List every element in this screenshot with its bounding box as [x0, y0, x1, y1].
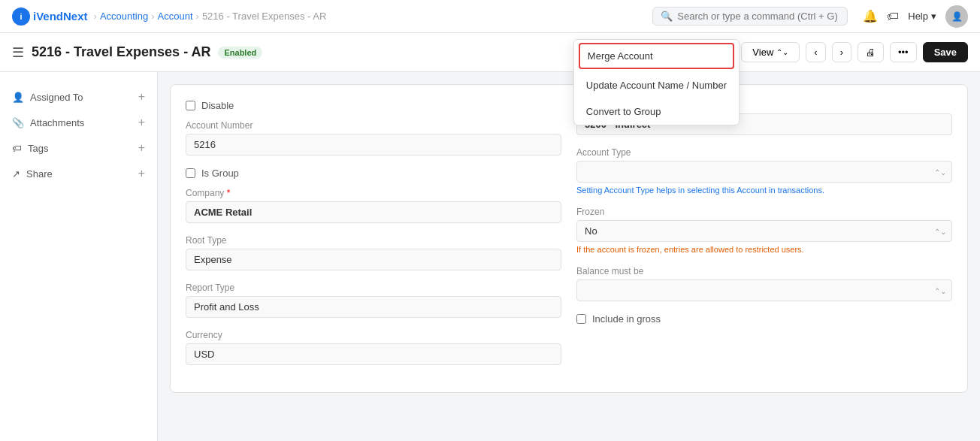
sidebar-tags-label: Tags [28, 143, 48, 154]
root-type-label: Root Type [186, 235, 561, 246]
sidebar-assigned-to-label: Assigned To [30, 92, 83, 103]
disable-label: Disable [201, 100, 234, 111]
balance-must-be-select[interactable] [576, 279, 952, 301]
account-type-section: Account Type Setting Account Type helps … [576, 147, 952, 195]
search-icon: 🔍 [661, 11, 673, 22]
is-group-checkbox[interactable] [186, 168, 195, 178]
company-label: Company [186, 188, 561, 198]
paperclip-icon: 📎 [12, 117, 24, 128]
topnav-actions: 🔔 🏷 Help ▾ 👤 [863, 5, 968, 28]
root-type-section: Root Type [186, 235, 561, 270]
status-badge: Enabled [218, 47, 262, 59]
frozen-hint: If the account is frozen, entries are al… [576, 245, 952, 254]
currency-section: Currency [186, 330, 561, 365]
breadcrumb-current: 5216 - Travel Expenses - AR [202, 11, 326, 22]
include-in-gross-row[interactable]: Include in gross [576, 313, 952, 325]
chevron-right-icon: › [94, 11, 97, 22]
is-group-checkbox-row[interactable]: Is Group [186, 168, 561, 179]
root-type-input[interactable] [186, 249, 561, 270]
page-header: ☰ 5216 - Travel Expenses - AR Enabled Ac… [0, 33, 980, 72]
avatar[interactable]: 👤 [945, 5, 968, 28]
top-navigation: i iVendNext › Accounting › Account › 521… [0, 0, 980, 33]
save-button[interactable]: Save [923, 42, 968, 62]
sidebar-item-assigned-to[interactable]: 👤 Assigned To + [0, 84, 157, 110]
is-group-label: Is Group [201, 168, 239, 179]
company-input[interactable] [186, 201, 561, 223]
balance-must-be-section: Balance must be [576, 266, 952, 301]
report-type-label: Report Type [186, 282, 561, 293]
account-number-section: Account Number [186, 120, 561, 156]
frozen-select[interactable]: No Yes [576, 220, 952, 242]
prev-button[interactable]: ‹ [806, 42, 825, 62]
account-type-label: Account Type [576, 147, 952, 158]
logo[interactable]: i iVendNext [12, 8, 88, 26]
sidebar-attachments-label: Attachments [30, 117, 84, 128]
frozen-select-wrapper: No Yes [576, 220, 952, 242]
update-account-name-item[interactable]: Update Account Name / Number [574, 72, 739, 98]
share-add-icon[interactable]: + [138, 167, 145, 180]
sidebar: 👤 Assigned To + 📎 Attachments + 🏷 Tags +… [0, 72, 158, 441]
avatar-initials: 👤 [951, 11, 963, 22]
disable-checkbox[interactable] [186, 101, 195, 110]
help-button[interactable]: Help ▾ [908, 11, 936, 22]
form-row-main: Disable Account Number Is Group Company [186, 100, 952, 377]
tag-icon-sidebar: 🏷 [12, 143, 22, 154]
include-in-gross-checkbox[interactable] [576, 314, 586, 324]
report-type-section: Report Type [186, 282, 561, 318]
disable-checkbox-row[interactable]: Disable [186, 100, 561, 111]
company-section: Company [186, 188, 561, 223]
sidebar-share-label: Share [26, 168, 53, 180]
balance-must-be-label: Balance must be [576, 266, 952, 276]
person-icon: 👤 [12, 92, 24, 103]
main-layout: 👤 Assigned To + 📎 Attachments + 🏷 Tags +… [0, 72, 980, 441]
share-icon: ↗ [12, 168, 20, 180]
form-right-column: Parent Account 5200 - Indirect Account T… [576, 100, 952, 377]
account-number-label: Account Number [186, 120, 561, 131]
account-type-select-wrapper [576, 161, 952, 183]
page-title: 5216 - Travel Expenses - AR [32, 44, 210, 60]
tag-icon[interactable]: 🏷 [887, 10, 899, 23]
next-button[interactable]: › [832, 42, 851, 62]
actions-dropdown-menu: Merge Account Update Account Name / Numb… [573, 39, 740, 125]
account-type-select[interactable] [576, 161, 952, 183]
save-label: Save [934, 47, 957, 58]
bell-icon[interactable]: 🔔 [863, 9, 878, 23]
view-dropdown-arrow: ⌃⌄ [776, 48, 788, 56]
chevron-right-icon-2: › [151, 11, 154, 22]
sidebar-item-tags[interactable]: 🏷 Tags + [0, 135, 157, 161]
more-button[interactable]: ••• [890, 42, 917, 62]
chevron-right-icon-3: › [196, 11, 199, 22]
merge-account-item[interactable]: Merge Account [579, 43, 734, 69]
chevron-down-icon: ▾ [931, 11, 936, 22]
form-left-column: Disable Account Number Is Group Company [186, 100, 561, 377]
convert-to-group-item[interactable]: Convert to Group [574, 98, 739, 125]
main-content: Disable Account Number Is Group Company [158, 72, 980, 441]
search-bar[interactable]: 🔍 [652, 7, 848, 26]
sidebar-item-attachments[interactable]: 📎 Attachments + [0, 110, 157, 135]
logo-text: iVendNext [33, 10, 88, 23]
include-in-gross-label: Include in gross [592, 313, 661, 325]
account-type-hint: Setting Account Type helps in selecting … [576, 186, 952, 195]
print-button[interactable]: 🖨 [858, 42, 884, 62]
frozen-label: Frozen [576, 207, 952, 217]
currency-label: Currency [186, 330, 561, 340]
frozen-section: Frozen No Yes If the account is frozen, … [576, 207, 952, 254]
breadcrumb-accounting[interactable]: Accounting [100, 11, 148, 22]
hamburger-icon[interactable]: ☰ [12, 44, 24, 61]
view-button[interactable]: View ⌃⌄ [741, 42, 800, 62]
assigned-to-add-icon[interactable]: + [138, 90, 145, 104]
balance-must-be-select-wrapper [576, 279, 952, 301]
report-type-input[interactable] [186, 296, 561, 318]
tags-add-icon[interactable]: + [138, 141, 145, 155]
logo-icon: i [12, 8, 30, 26]
account-number-input[interactable] [186, 134, 561, 156]
breadcrumb: › Accounting › Account › 5216 - Travel E… [94, 11, 327, 22]
view-label: View [752, 47, 773, 58]
breadcrumb-account[interactable]: Account [158, 11, 193, 22]
form-card: Disable Account Number Is Group Company [170, 84, 968, 393]
sidebar-item-share[interactable]: ↗ Share + [0, 161, 157, 186]
currency-input[interactable] [186, 343, 561, 365]
attachments-add-icon[interactable]: + [138, 116, 145, 129]
search-input[interactable] [677, 11, 839, 22]
